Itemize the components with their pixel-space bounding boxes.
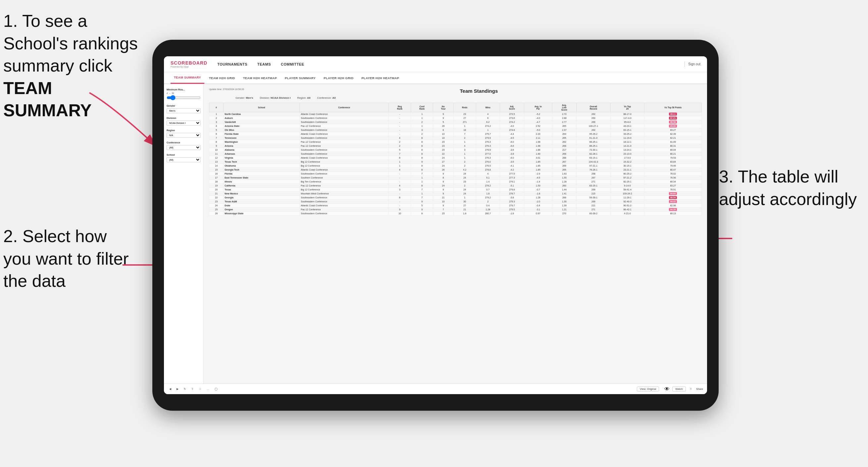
cell-reg-rank: - [389,200,411,204]
toolbar-refresh[interactable]: ↻ [183,387,187,391]
cell-rank: 23 [209,200,223,204]
cell-rank: 15 [209,168,223,172]
cell-avg-par: -0.4 [524,204,552,208]
cell-no-tour: 9 [433,172,453,176]
tablet-screen: SCOREBOARD Powered by clippi TOURNAMENTS… [164,56,707,394]
division-select[interactable]: NCAA Division I NCAA Division II NCAA Di… [166,121,201,126]
score-badge: 83.27 [670,185,676,187]
toolbar-share2[interactable]: ⇧ [190,387,195,391]
cell-rank: 8 [209,140,223,144]
table-row: 7 Tennessee Southeastern Conference 4 8 … [209,136,702,140]
cell-conf-rank: 1 [411,116,433,120]
cell-wins: 5.1 [476,176,500,180]
toolbar-back[interactable]: ◀ [168,387,173,391]
toolbar-share-icon[interactable]: ⇧ [688,387,693,391]
toolbar-bookmark[interactable]: ☆ [198,387,203,391]
cell-wins: 276.3 [476,144,500,148]
subnav-team-h2h-grid[interactable]: TEAM H2H GRID [206,72,239,84]
col-no-tour: NoTour [433,103,453,112]
cell-vs-top50: 85.98 [645,124,702,128]
subnav-team-summary[interactable]: TEAM SUMMARY [170,72,204,84]
cell-vs-top25: 59-41-4 [610,188,645,192]
minimum-rounds-label: Minimum Rou... [166,88,201,91]
score-badge: 84.42 [669,200,677,203]
cell-rank: 18 [209,180,223,184]
cell-avg-low: 264 [552,132,576,136]
cell-avg-low: 268 [552,152,576,156]
cell-no-tour: 9 [433,192,453,196]
cell-avg-par: 1.86 [524,148,552,152]
cell-school: Washington [223,140,300,144]
cell-conf-rank: 3 [411,128,433,132]
cell-avg-par: 0.97 [524,212,552,216]
cell-wins: 1.8 [476,192,500,196]
cell-avg-par: -5.2 [524,112,552,116]
cell-conf-rank: 8 [411,184,433,188]
cell-conference: Pac-12 Conference [300,184,389,188]
nav-committee[interactable]: COMMITTEE [281,62,304,66]
region-select[interactable]: N/A All [166,133,201,138]
cell-conference: Southeastern Conference [300,116,389,120]
cell-overall: 95-29-2 [577,132,611,136]
cell-no-tour: 5 [433,120,453,124]
cell-avg-low: 1.63 [552,172,576,176]
cell-avg-par: -4.5 [524,176,552,180]
toolbar-clock[interactable]: ◯ [213,387,219,391]
cell-adj-score: -4.2 [500,168,524,172]
cell-vs-top25: 87-21-2 [610,176,645,180]
cell-wins: 279.2 [476,196,500,200]
cell-avg-par: -1.8 [524,192,552,196]
cell-vs-top50: 87.21 [645,116,702,120]
cell-adj-score: 279.7 [500,204,524,208]
cell-avg-par: -2.0 [524,200,552,204]
cell-overall: 258 [577,172,611,176]
share-btn[interactable]: Share [696,387,703,391]
cell-school: Arizona [223,144,300,148]
table-row: 23 Texas A&M Southeastern Conference - 9… [209,200,702,204]
cell-rnds: 1 [453,156,476,160]
cell-overall: 262 [577,128,611,132]
main-content: Minimum Rou... 4 – 30 Gender Men's Women… [164,84,707,383]
cell-conference: Southeastern Conference [300,128,389,132]
conference-select[interactable]: (All) [166,145,201,150]
nav-tournaments[interactable]: TOURNAMENTS [217,62,247,66]
cell-no-tour: 24 [433,164,453,168]
instruction-step3: 3. The table will adjust accordingly [719,165,858,210]
watch-btn[interactable]: Watch [672,386,685,392]
cell-no-tour: 27 [433,160,453,164]
cell-vs-top50: 81.49 [645,140,702,144]
cell-school: New Mexico [223,192,300,196]
table-row: 5 Ole Miss Southeastern Conference - 3 6… [209,128,702,132]
cell-vs-top25: 80-25-2 [610,172,645,176]
nav-links: TOURNAMENTS TEAMS COMMITTEE [217,62,685,66]
cell-reg-rank: 9 [389,208,411,212]
cell-vs-top25: 88-17-0 [610,112,645,116]
cell-avg-par: -0.7 [524,188,552,192]
subnav-player-summary[interactable]: PLAYER SUMMARY [281,72,319,84]
view-original-btn[interactable]: View: Original [637,386,659,392]
cell-avg-low: 288 [552,156,576,160]
cell-rnds: 24 [453,176,476,180]
table-row: 21 New Mexico Mountain West Conference -… [209,192,702,196]
subnav-player-h2h-heatmap[interactable]: PLAYER H2H HEATMAP [358,72,402,84]
cell-conference: Pac-12 Conference [300,144,389,148]
cell-wins: 276.3 [476,156,500,160]
table-row: 22 Georgia Southeastern Conference 8 7 2… [209,196,702,200]
school-select[interactable]: (All) [166,157,201,162]
nav-teams[interactable]: TEAMS [257,62,271,66]
table-row: 3 Vanderbilt Southeastern Conference - 2… [209,120,702,124]
cell-conf-rank: 8 [411,168,433,172]
cell-vs-top50: 76.56 [645,176,702,180]
nav-signout[interactable]: Sign out [688,62,701,66]
toolbar-more[interactable]: … [205,387,211,391]
subnav-player-h2h-grid[interactable]: PLAYER H2H GRID [320,72,357,84]
region-label: Region [166,129,201,132]
subnav-team-h2h-heatmap[interactable]: TEAM H2H HEATMAP [240,72,280,84]
toolbar-forward[interactable]: ▶ [175,387,180,391]
cell-conf-rank: 1 [411,112,433,116]
cell-avg-par: -2.9 [524,172,552,176]
update-time: Update time: 27/03/2024 16:56:26 [209,88,244,90]
standings-table: # School Conference RegRank ConfRank NoT… [209,103,702,216]
gender-select[interactable]: Men's Women's [166,108,201,113]
rounds-slider[interactable] [166,95,201,100]
